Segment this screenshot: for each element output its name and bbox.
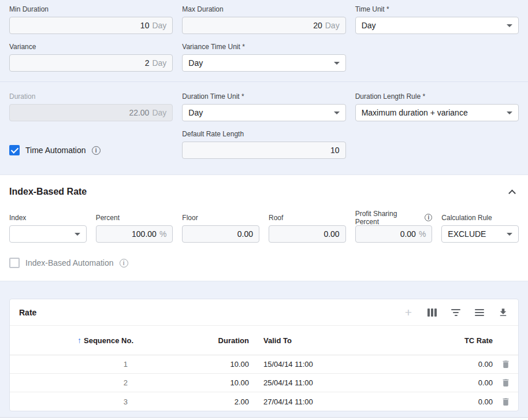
profit-sharing-percent-unit: % (419, 229, 426, 239)
cell-valid-to: 15/04/14 11:00 (249, 360, 389, 369)
trash-icon (501, 359, 511, 369)
sort-ascending-icon: ↑ (77, 336, 81, 345)
profit-sharing-percent-input[interactable]: 0.00 % (355, 225, 433, 243)
cell-sequence: 2 (10, 378, 133, 387)
checkbox-checked-icon (9, 145, 20, 155)
cell-tc-rate: 0.00 (389, 378, 493, 387)
column-header-sequence[interactable]: ↑ Sequence No. (10, 336, 133, 345)
max-duration-label: Max Duration (182, 5, 345, 13)
column-header-duration[interactable]: Duration (133, 336, 249, 345)
form-row-2: Variance 2 Day Variance Time Unit * Day (9, 42, 519, 72)
column-header-valid-to[interactable]: Valid To (249, 336, 389, 345)
duration-form-section: Min Duration 10 Day Max Duration 20 Day … (0, 0, 528, 159)
variance-label: Variance (9, 42, 173, 51)
percent-input[interactable]: 100.00 % (96, 225, 173, 243)
variance-time-unit-select[interactable]: Day (182, 54, 345, 72)
checkbox-unchecked-icon (9, 258, 20, 268)
column-header-sequence-label: Sequence No. (84, 336, 133, 345)
min-duration-field: Min Duration 10 Day (9, 5, 173, 34)
add-row-button[interactable]: + (403, 307, 414, 318)
default-rate-length-value: 10 (330, 146, 340, 155)
variance-value: 2 (145, 58, 150, 68)
time-unit-select[interactable]: Day (355, 17, 519, 34)
export-button[interactable] (497, 307, 509, 318)
rate-table-title: Rate (19, 308, 36, 317)
chevron-down-icon (75, 233, 80, 236)
min-duration-unit: Day (152, 21, 166, 30)
percent-value: 100.00 (132, 229, 157, 239)
time-automation-label: Time Automation (25, 146, 86, 155)
duration-field: Duration 22.00 Day (9, 92, 173, 121)
variance-unit: Day (152, 58, 166, 68)
cell-tc-rate: 0.00 (389, 360, 493, 369)
calculation-rule-select[interactable]: EXCLUDE (441, 225, 519, 243)
index-based-automation-checkbox[interactable]: Index-Based Automation (9, 258, 519, 268)
calculation-rule-field: Calculation Rule EXCLUDE (441, 213, 519, 243)
floor-field: Floor 0.00 (182, 213, 259, 243)
info-icon[interactable] (120, 259, 128, 267)
duration-length-rule-select[interactable]: Maximum duration + variance (355, 104, 519, 121)
cell-valid-to: 25/04/14 11:00 (249, 378, 389, 387)
index-rate-fields-row: Index Percent 100.00 % Floor 0.00 (9, 213, 519, 243)
profit-sharing-percent-value: 0.00 (400, 229, 416, 239)
delete-row-button[interactable] (499, 376, 512, 390)
delete-row-button[interactable] (499, 395, 512, 408)
cell-tc-rate: 0.00 (389, 397, 493, 406)
collapse-section-button[interactable] (505, 185, 519, 199)
floor-label: Floor (182, 213, 259, 222)
index-label: Index (9, 213, 87, 222)
plus-icon: + (405, 306, 412, 318)
column-header-tc-rate[interactable]: TC Rate (389, 336, 493, 345)
duration-time-unit-value: Day (188, 108, 203, 117)
index-based-rate-title: Index-Based Rate (9, 187, 87, 197)
floor-value: 0.00 (237, 229, 253, 239)
min-duration-input[interactable]: 10 Day (9, 17, 173, 34)
duration-length-rule-field: Duration Length Rule * Maximum duration … (355, 92, 519, 121)
table-row[interactable]: 1 10.00 15/04/14 11:00 0.00 (10, 355, 518, 374)
trash-icon (501, 378, 511, 388)
duration-time-unit-select[interactable]: Day (182, 104, 345, 121)
variance-input[interactable]: 2 Day (9, 54, 173, 72)
index-field: Index (9, 213, 87, 243)
default-rate-length-input[interactable]: 10 (182, 142, 345, 159)
duration-length-rule-value: Maximum duration + variance (362, 108, 468, 117)
table-row[interactable]: 2 10.00 25/04/14 11:00 0.00 (10, 374, 518, 392)
duration-value: 22.00 (129, 108, 149, 117)
form-row-3: Duration 22.00 Day Duration Time Unit * … (9, 92, 519, 121)
duration-time-unit-field: Duration Time Unit * Day (182, 92, 345, 121)
profit-sharing-percent-label-text: Profit Sharing Percent (355, 210, 422, 226)
time-unit-value: Day (362, 21, 376, 30)
variance-time-unit-value: Day (188, 58, 203, 68)
cell-valid-to: 27/04/14 11:00 (249, 397, 389, 406)
index-select[interactable] (9, 225, 87, 243)
percent-unit: % (159, 229, 166, 239)
info-icon[interactable] (425, 214, 432, 221)
filter-button[interactable] (450, 307, 462, 318)
chevron-down-icon (507, 111, 512, 114)
delete-row-button[interactable] (499, 358, 512, 371)
roof-label: Roof (269, 213, 346, 222)
variance-time-unit-label: Variance Time Unit * (182, 42, 345, 51)
table-row[interactable]: 3 2.00 27/04/14 11:00 0.00 (10, 392, 518, 411)
cell-duration: 10.00 (133, 360, 249, 369)
max-duration-value: 20 (313, 21, 322, 30)
duration-length-rule-label: Duration Length Rule * (355, 92, 519, 101)
chevron-down-icon (334, 62, 340, 65)
time-automation-checkbox[interactable]: Time Automation (9, 129, 173, 159)
floor-input[interactable]: 0.00 (182, 225, 259, 243)
profit-sharing-percent-label: Profit Sharing Percent (355, 213, 433, 222)
columns-button[interactable] (426, 307, 438, 318)
time-unit-field: Time Unit * Day (355, 5, 519, 34)
max-duration-field: Max Duration 20 Day (182, 5, 345, 34)
density-button[interactable] (474, 307, 485, 318)
default-rate-length-field: Default Rate Length 10 (182, 129, 345, 159)
info-icon[interactable] (92, 146, 101, 155)
rate-table-toolbar: + (403, 307, 509, 318)
cell-sequence: 3 (10, 397, 133, 406)
roof-input[interactable]: 0.00 (269, 225, 346, 243)
variance-field: Variance 2 Day (9, 42, 173, 72)
cell-duration: 2.00 (133, 397, 249, 406)
percent-field: Percent 100.00 % (96, 213, 173, 243)
variance-time-unit-field: Variance Time Unit * Day (182, 42, 345, 72)
max-duration-input[interactable]: 20 Day (182, 17, 345, 34)
